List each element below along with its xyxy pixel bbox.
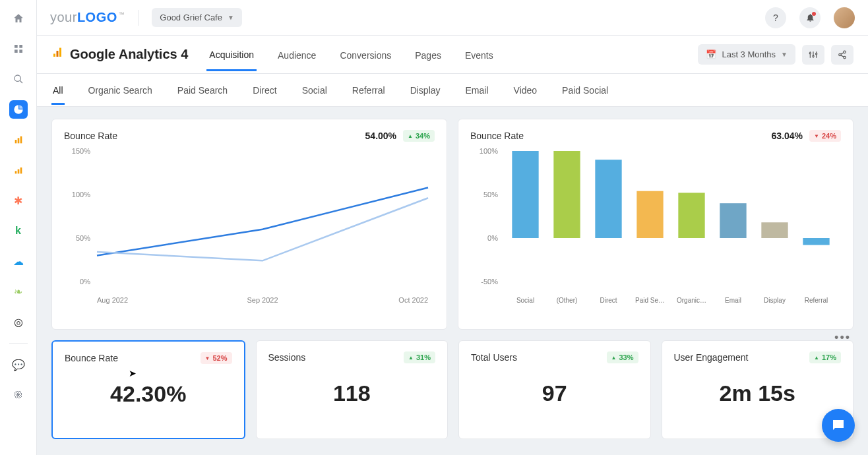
ga4-icon	[51, 47, 63, 62]
spiral-icon[interactable]: ֎	[9, 386, 28, 404]
svg-rect-39	[553, 151, 580, 238]
tab-audience[interactable]: Audience	[275, 38, 319, 71]
triangle-down-icon: ▼	[205, 355, 210, 361]
line-card-delta: 34%	[416, 132, 430, 140]
svg-rect-1	[19, 45, 22, 48]
line-card-delta-badge: ▲34%	[403, 130, 435, 142]
chevron-down-icon: ▼	[228, 14, 234, 21]
intercom-chat-button[interactable]	[822, 409, 855, 442]
subtab-social[interactable]: Social	[301, 76, 328, 104]
svg-text:Direct: Direct	[600, 297, 617, 304]
svg-text:0%: 0%	[80, 278, 90, 286]
svg-rect-7	[17, 138, 19, 143]
home-icon[interactable]	[9, 9, 28, 28]
k-icon[interactable]: k	[9, 222, 28, 240]
bounce-rate-bar-card: Bounce Rate 63.04% ▼24% -50%0%50%100%Soc…	[458, 119, 853, 330]
svg-rect-11	[20, 167, 22, 173]
kpi-total-users[interactable]: Total Users ▲33% 97	[458, 340, 651, 439]
svg-rect-51	[803, 238, 829, 245]
subtab-direct[interactable]: Direct	[251, 76, 278, 104]
subtab-display[interactable]: Display	[409, 76, 442, 104]
kpi-sessions[interactable]: Sessions ▲31% 118	[256, 340, 449, 439]
subtab-all[interactable]: All	[51, 76, 65, 105]
bars-orange-icon[interactable]	[9, 131, 28, 149]
chevron-down-icon: ▼	[781, 51, 788, 58]
brand-logo: yourLOGO™	[50, 10, 125, 25]
line-card-title: Bounce Rate	[64, 131, 117, 141]
comment-icon[interactable]: 💬	[9, 355, 28, 374]
leaf-icon[interactable]: ❧	[9, 282, 28, 301]
svg-point-23	[844, 56, 846, 59]
share-button[interactable]	[831, 45, 853, 65]
tab-conversions[interactable]: Conversions	[337, 38, 394, 71]
kpi-0-delta: 52%	[212, 354, 227, 362]
date-range-selector[interactable]: 📅 Last 3 Months ▼	[698, 44, 795, 65]
triangle-up-icon: ▲	[408, 355, 414, 361]
subtab-video[interactable]: Video	[512, 76, 539, 104]
user-avatar[interactable]	[834, 7, 855, 28]
svg-point-22	[839, 53, 842, 56]
notification-dot	[812, 12, 816, 16]
triangle-up-icon: ▲	[814, 355, 819, 361]
svg-point-20	[816, 53, 817, 54]
tab-events[interactable]: Events	[462, 38, 496, 71]
svg-text:Email: Email	[725, 297, 741, 304]
svg-text:150%: 150%	[72, 147, 90, 155]
target-icon[interactable]: ◎	[9, 313, 28, 331]
settings-button[interactable]	[802, 45, 824, 65]
bars-orange2-icon[interactable]	[9, 161, 28, 179]
bar-card-title: Bounce Rate	[470, 131, 524, 141]
tab-acquisition[interactable]: Acquisition	[206, 38, 257, 71]
notifications-button[interactable]	[799, 7, 821, 28]
hubspot-icon[interactable]: ✱	[9, 191, 28, 210]
svg-rect-9	[15, 171, 16, 173]
subtab-paid-social[interactable]: Paid Social	[561, 76, 609, 104]
kpi-1-title: Sessions	[268, 352, 306, 363]
apps-icon[interactable]	[9, 40, 28, 58]
kpi-1-badge: ▲31%	[404, 351, 435, 363]
tab-pages[interactable]: Pages	[412, 38, 444, 71]
svg-line-5	[20, 80, 22, 83]
sidebar-divider	[9, 343, 28, 344]
kpi-0-badge: ▼52%	[201, 352, 232, 364]
kpi-1-value: 118	[268, 380, 436, 406]
svg-point-21	[844, 51, 846, 53]
kpi-bounce-rate[interactable]: Bounce Rate ▼52% ➤ 42.30%	[51, 340, 245, 439]
svg-rect-10	[17, 169, 19, 174]
analytics-pie-icon[interactable]	[9, 100, 28, 119]
svg-rect-8	[20, 136, 22, 144]
triangle-down-icon: ▼	[814, 133, 819, 139]
secondary-tab-row: All Organic Search Paid Search Direct So…	[37, 74, 868, 107]
svg-point-19	[813, 55, 814, 57]
svg-rect-3	[19, 49, 22, 53]
svg-rect-13	[57, 51, 59, 57]
svg-text:Organic…: Organic…	[677, 297, 706, 304]
svg-rect-0	[15, 45, 18, 48]
content-area: Bounce Rate 54.00% ▲34% 0%50%100%150%Aug…	[37, 107, 868, 451]
salesforce-icon[interactable]: ☁	[9, 252, 28, 270]
svg-rect-37	[512, 151, 538, 238]
left-sidebar: ✱ k ☁ ❧ ◎ 💬 ֎	[0, 0, 37, 455]
subtab-email[interactable]: Email	[464, 76, 490, 104]
calendar-icon: 📅	[706, 49, 716, 59]
brand-part2: LOGO	[77, 10, 117, 24]
triangle-up-icon: ▲	[611, 355, 617, 361]
svg-line-25	[841, 55, 844, 56]
search-icon[interactable]	[9, 70, 28, 88]
page-title-text: Google Analytics 4	[70, 47, 188, 62]
help-button[interactable]: ?	[765, 7, 786, 28]
site-selector-label: Good Grief Cafe	[160, 13, 222, 22]
subtab-organic-search[interactable]: Organic Search	[87, 76, 154, 104]
brand-part1: your	[50, 10, 77, 24]
site-selector[interactable]: Good Grief Cafe ▼	[152, 8, 242, 27]
kpi-2-title: Total Users	[471, 352, 517, 363]
kpi-1-delta: 31%	[416, 353, 431, 361]
kpi-3-title: User Engagement	[674, 352, 749, 363]
svg-text:100%: 100%	[72, 191, 90, 198]
subtab-referral[interactable]: Referral	[351, 76, 387, 104]
topbar-divider	[138, 10, 139, 26]
svg-rect-6	[15, 140, 16, 143]
subtab-paid-search[interactable]: Paid Search	[176, 76, 229, 104]
svg-rect-2	[15, 49, 18, 53]
kpi-0-title: Bounce Rate	[65, 353, 118, 363]
